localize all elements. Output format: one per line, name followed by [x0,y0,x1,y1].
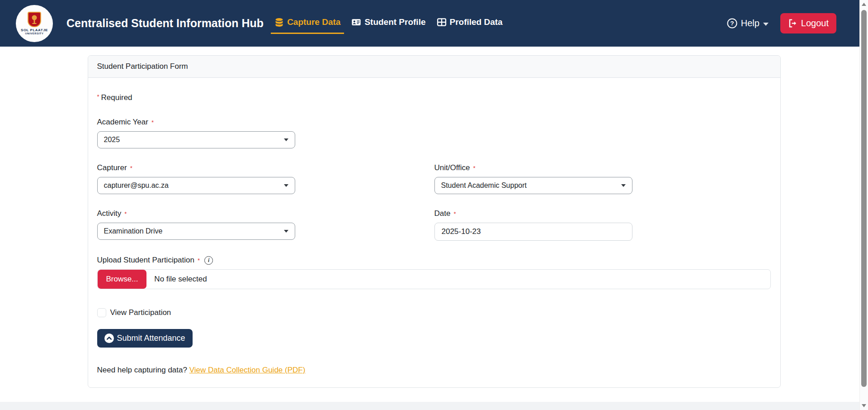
scrollbar-thumb[interactable] [861,10,867,387]
activity-label: Activity* [97,209,434,218]
file-status-text: No file selected [146,275,207,284]
date-field: Date* [434,209,771,241]
help-dropdown[interactable]: ? Help [727,18,769,29]
select-value: Student Academic Support [441,181,527,190]
unit-office-select[interactable]: Student Academic Support [434,177,632,194]
field-label-text: Activity [97,209,122,218]
capturer-unit-row: Capturer* capturer@spu.ac.za Unit/Office… [97,163,771,194]
nav-item-profiled-data[interactable]: Profiled Data [433,13,506,34]
view-participation-label: View Participation [110,308,171,317]
select-value: 2025 [104,136,120,144]
data-collection-guide-link[interactable]: View Data Collection Guide (PDF) [189,366,306,374]
page-scrollbar[interactable] [859,0,868,410]
nav-item-label: Capture Data [287,17,340,27]
logout-label: Logout [801,18,829,29]
academic-year-field: Academic Year* 2025 [97,118,771,148]
select-value: capturer@spu.ac.za [104,181,169,190]
student-participation-card: Student Participation Form *Required Aca… [88,55,781,388]
academic-year-label: Academic Year* [97,118,771,127]
chevron-down-icon [621,184,626,187]
capturer-field: Capturer* capturer@spu.ac.za [97,163,434,194]
arrow-up-circle-icon [104,334,114,343]
nav-item-label: Profiled Data [450,17,503,27]
upload-label: Upload Student Participation* i [97,256,771,265]
required-note-text: Required [101,93,132,102]
svg-text:?: ? [730,20,734,27]
unit-office-field: Unit/Office* Student Academic Support [434,163,771,194]
chevron-down-icon [763,23,769,26]
required-asterisk: * [198,257,200,264]
activity-select[interactable]: Examination Drive [97,223,295,240]
help-text: Need help capturing data? [97,366,189,374]
university-logo: SOL PLAATJE UNIVERSITY [16,5,53,42]
view-participation-row: View Participation [97,308,771,317]
required-asterisk: * [473,165,476,172]
activity-date-row: Activity* Examination Drive Date* [97,209,771,241]
required-asterisk: * [124,210,127,217]
unit-office-label: Unit/Office* [434,163,771,172]
file-upload-input[interactable]: Browse... No file selected [97,269,771,289]
scrollbar-up-arrow-icon[interactable] [862,3,866,6]
app-title: Centralised Student Information Hub [66,17,264,30]
chevron-down-icon [284,230,288,233]
logout-icon [788,19,797,28]
field-label-text: Unit/Office [434,163,470,172]
tree-icon [30,14,38,24]
field-label-text: Academic Year [97,118,148,127]
capturer-select[interactable]: capturer@spu.ac.za [97,177,295,194]
logo-text-line1: SOL PLAATJE [21,28,48,32]
main-nav: Capture Data Student Profile Profiled Da… [271,13,510,34]
field-label-text: Date [434,209,451,218]
help-label: Help [741,18,760,29]
field-label-text: Upload Student Participation [97,256,194,265]
date-label: Date* [434,209,771,218]
nav-item-label: Student Profile [364,17,425,27]
help-line: Need help capturing data? View Data Coll… [97,366,771,375]
browse-button[interactable]: Browse... [98,270,147,289]
capturer-label: Capturer* [97,163,434,172]
submit-label: Submit Attendance [117,334,185,343]
info-icon[interactable]: i [204,256,213,265]
question-circle-icon: ? [727,18,737,29]
required-asterisk: * [130,165,132,172]
nav-item-student-profile[interactable]: Student Profile [348,13,429,34]
logo-text-line2: UNIVERSITY [25,32,43,35]
date-input[interactable] [434,223,632,241]
logout-button[interactable]: Logout [780,13,836,33]
university-shield-icon [28,12,41,27]
footer-strip [0,402,859,410]
chevron-down-icon [284,138,288,141]
field-label-text: Capturer [97,163,127,172]
navbar: SOL PLAATJE UNIVERSITY Centralised Stude… [0,0,868,47]
required-note: *Required [97,93,771,102]
table-icon [437,17,447,27]
scrollbar-down-arrow-icon[interactable] [862,404,866,407]
submit-attendance-button[interactable]: Submit Attendance [97,329,193,348]
required-asterisk: * [97,93,99,100]
view-participation-checkbox[interactable] [97,308,106,317]
card-title: Student Participation Form [88,56,780,78]
database-icon [274,18,284,27]
main-content: Student Participation Form *Required Aca… [0,55,868,388]
academic-year-select[interactable]: 2025 [97,131,295,148]
required-asterisk: * [151,119,154,126]
card-body: *Required Academic Year* 2025 Capturer* [88,78,780,387]
chevron-down-icon [284,184,288,187]
id-card-icon [351,17,361,27]
navbar-right: ? Help Logout [727,13,836,33]
nav-item-capture-data[interactable]: Capture Data [271,13,344,34]
select-value: Examination Drive [104,227,163,235]
required-asterisk: * [453,210,456,217]
activity-field: Activity* Examination Drive [97,209,434,241]
